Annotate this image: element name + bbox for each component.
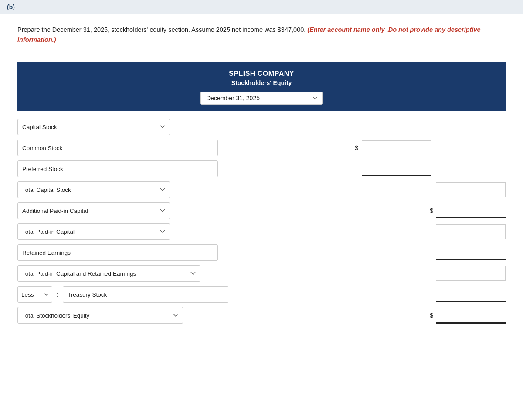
total-stockholders-dropdown[interactable]: Total Stockholders' Equity [17, 307, 183, 324]
total-capital-stock-label-col: Total Capital Stock [17, 181, 218, 198]
total-capital-stock-dropdown[interactable]: Total Capital Stock [17, 181, 170, 198]
retained-earnings-label-col: Retained Earnings [17, 244, 218, 261]
treasury-stock-label-col: Less : Treasury Stock [17, 286, 228, 303]
company-subtitle: Stockholders' Equity [26, 79, 497, 86]
treasury-stock-right-col [431, 287, 506, 302]
section-tab: (b) [0, 0, 523, 14]
total-paid-in-retained-value[interactable] [436, 266, 506, 281]
additional-paid-in-label-col: Additional Paid-in Capital [17, 202, 218, 219]
capital-stock-dropdown[interactable]: Capital Stock [17, 119, 170, 135]
treasury-stock-input[interactable]: Treasury Stock [63, 286, 228, 303]
less-dropdown[interactable]: Less [17, 286, 52, 303]
total-paid-in-capital-row: Total Paid-in Capital [17, 223, 506, 240]
retained-earnings-right-col [431, 245, 506, 260]
total-paid-in-right-col [431, 224, 506, 239]
treasury-stock-row: Less : Treasury Stock [17, 286, 506, 303]
common-stock-input[interactable]: Common Stock [17, 140, 218, 156]
common-stock-value[interactable] [362, 140, 431, 155]
company-header: SPLISH COMPANY Stockholders' Equity Dece… [17, 62, 506, 111]
total-stockholders-equity-row: Total Stockholders' Equity $ [17, 307, 506, 324]
preferred-stock-label-col: Preferred Stock [17, 160, 218, 177]
total-paid-in-value[interactable] [436, 224, 506, 239]
total-capital-stock-row: Total Capital Stock [17, 181, 506, 198]
date-select[interactable]: December 31, 2025 [200, 92, 323, 105]
company-name: SPLISH COMPANY [26, 70, 497, 78]
capital-stock-label-col: Capital Stock [17, 119, 218, 135]
instruction-area: Prepare the December 31, 2025, stockhold… [0, 14, 523, 53]
total-paid-in-retained-label-col: Total Paid-in Capital and Retained Earni… [17, 265, 218, 282]
preferred-stock-mid-col [218, 161, 431, 176]
common-stock-mid-col: $ [218, 140, 431, 155]
preferred-stock-row: Preferred Stock [17, 160, 506, 177]
date-select-wrapper[interactable]: December 31, 2025 [26, 92, 497, 105]
instruction-text: Prepare the December 31, 2025, stockhold… [17, 25, 506, 45]
additional-paid-in-dropdown[interactable]: Additional Paid-in Capital [17, 202, 170, 219]
total-capital-stock-value[interactable] [436, 182, 506, 197]
total-stockholders-label-col: Total Stockholders' Equity [17, 307, 218, 324]
total-paid-in-label-col: Total Paid-in Capital [17, 223, 218, 240]
table-container: SPLISH COMPANY Stockholders' Equity Dece… [0, 53, 523, 345]
total-stockholders-value[interactable] [436, 307, 506, 324]
total-capital-stock-right-col [431, 182, 506, 197]
additional-paid-in-value[interactable] [436, 203, 506, 218]
common-stock-dollar: $ [354, 144, 359, 151]
common-stock-label-col: Common Stock [17, 140, 218, 156]
total-paid-in-dropdown[interactable]: Total Paid-in Capital [17, 223, 170, 240]
preferred-stock-input[interactable]: Preferred Stock [17, 160, 218, 177]
additional-paid-in-right-col: $ [429, 203, 506, 218]
treasury-stock-value[interactable] [436, 287, 506, 302]
preferred-stock-value[interactable] [362, 161, 431, 176]
common-stock-row: Common Stock $ [17, 140, 506, 156]
total-paid-in-retained-right-col [431, 266, 506, 281]
retained-earnings-row: Retained Earnings [17, 244, 506, 261]
retained-earnings-value[interactable] [436, 245, 506, 260]
colon-separator: : [55, 291, 60, 298]
capital-stock-row: Capital Stock [17, 119, 506, 135]
additional-paid-in-capital-row: Additional Paid-in Capital $ [17, 202, 506, 219]
additional-paid-in-dollar: $ [429, 207, 434, 214]
total-stockholders-dollar: $ [429, 312, 434, 319]
total-stockholders-right-col: $ [429, 307, 506, 324]
total-paid-in-retained-row: Total Paid-in Capital and Retained Earni… [17, 265, 506, 282]
retained-earnings-input[interactable]: Retained Earnings [17, 244, 218, 261]
total-paid-in-retained-dropdown[interactable]: Total Paid-in Capital and Retained Earni… [17, 265, 200, 282]
